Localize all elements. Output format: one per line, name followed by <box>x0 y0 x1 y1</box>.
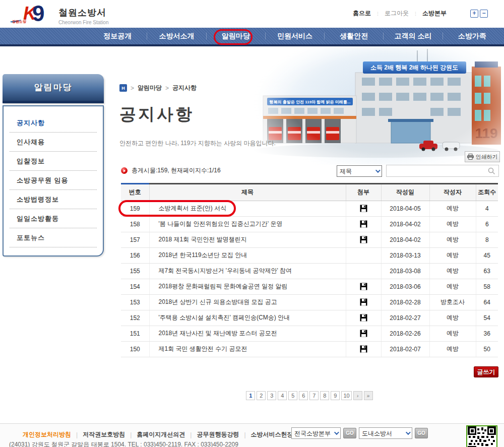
page-number-4[interactable]: 4 <box>278 391 287 400</box>
cell-title[interactable]: '주택용 소방시설 설치촉진' 캠페인송(CM송) 안내 <box>149 310 346 326</box>
page-number-1[interactable]: 1 <box>246 391 255 400</box>
search-box <box>386 165 499 177</box>
logo-k9-icon: K 9 강원소방 <box>19 3 51 25</box>
cell-views: 64 <box>476 294 498 310</box>
sidebar: 알림마당 공지사항인사채용입찰정보소방공무원 임용소방법령정보일일소방활동포토뉴… <box>3 74 104 257</box>
cell-title[interactable]: 제7회 전국동시지방선거 '우리동네 공약제안' 참여 <box>149 263 346 279</box>
utility-link[interactable]: 홈으로 <box>353 9 371 18</box>
logo-9: 9 <box>32 1 44 26</box>
cell-title[interactable]: 제1회 국민 생활안전 수기 공모전 <box>149 341 346 357</box>
footer-link-separator: | <box>76 431 78 438</box>
sidebar-item[interactable]: 소방공무원 임용 <box>10 171 97 190</box>
sidebar-item[interactable]: 포토뉴스 <box>10 228 97 247</box>
cell-date: 2018-02-28 <box>381 294 429 310</box>
next-page-button[interactable]: › <box>353 391 362 400</box>
cell-views: 45 <box>476 247 498 263</box>
cell-title[interactable]: 2018년 상반기 신규 의용소방대원 모집 공고 <box>149 294 346 310</box>
attachment-disk-icon <box>360 220 367 228</box>
table-row: 1562018년 한국119소년단 모집 안내2018-03-13예방45 <box>121 247 498 263</box>
table-row: 155제7회 전국동시지방선거 '우리동네 공약제안' 참여2018-03-08… <box>121 263 498 279</box>
nav-item-4[interactable]: 민원서비스 <box>266 32 324 41</box>
cell-title[interactable]: 소방계획서 표준(안) 서식 <box>149 201 346 216</box>
attachment-disk-icon <box>360 330 367 337</box>
table-column-header: 작성일 <box>381 184 429 201</box>
font-zoom-out-button[interactable]: − <box>480 10 488 18</box>
attachment-disk-icon <box>360 298 367 306</box>
footer-go1-button[interactable]: GO <box>343 428 356 438</box>
last-page-button[interactable]: » <box>364 391 373 400</box>
cell-attachment <box>346 247 381 263</box>
search-category-select[interactable]: 제목 <box>337 165 382 177</box>
footer-link[interactable]: 개인정보처리방침 <box>23 430 71 439</box>
nav-item-5[interactable]: 생활안전 <box>325 32 383 41</box>
page-number-2[interactable]: 2 <box>257 391 266 400</box>
table-row: 1532018년 상반기 신규 의용소방대원 모집 공고2018-02-28방호… <box>121 294 498 310</box>
table-row: 158'봄 나들이철 안전위험요인 집중신고기간' 운영2018-04-02예방… <box>121 216 498 232</box>
sidebar-item[interactable]: 소방법령정보 <box>10 190 97 209</box>
page-number-5[interactable]: 5 <box>288 391 297 400</box>
table-row: 152'주택용 소방시설 설치촉진' 캠페인송(CM송) 안내2018-02-2… <box>121 310 498 326</box>
cell-attachment <box>346 294 381 310</box>
banner-strip2-text: 행복의 출발은 안전 119와 함께 밝은 미래를... <box>270 100 351 104</box>
write-button[interactable]: 글쓰기 <box>474 366 498 377</box>
search-icon[interactable] <box>488 167 495 177</box>
footer-link[interactable]: 홈페이지개선의견 <box>137 430 185 439</box>
site-title: 철원소방서 <box>58 7 109 19</box>
table-row: 1542018평창 문화패럴림픽 문화예술공연 일정 알림2018-03-06예… <box>121 279 498 294</box>
table-column-header: 첨부 <box>346 184 381 201</box>
search-input[interactable] <box>387 165 482 176</box>
page-number-7[interactable]: 7 <box>309 391 319 400</box>
top-header: K 9 강원소방 철원소방서 Cheorwon Fire Station 홈으로… <box>0 0 504 28</box>
pagination: 12345678910›» <box>121 391 498 400</box>
cell-views: 58 <box>476 279 498 294</box>
utility-link[interactable]: 로그아웃 <box>385 9 409 18</box>
footer-go2-button[interactable]: GO <box>415 428 428 438</box>
cell-title[interactable]: 2018년 한국119소년단 모집 안내 <box>149 247 346 263</box>
board-summary-text: 총게시물:159, 현재페이지수:1/16 <box>132 166 221 175</box>
cell-title[interactable]: 2018 제1회 국민안전 발명챌린지 <box>149 232 346 247</box>
footer-link[interactable]: 공무원행동강령 <box>197 430 239 439</box>
sidebar-item[interactable]: 공지사항 <box>10 113 97 133</box>
table-row: 1572018 제1회 국민안전 발명챌린지2018-04-02예방8 <box>121 232 498 247</box>
footer-link[interactable]: 저작권보호방침 <box>83 430 125 439</box>
cell-views: 63 <box>476 263 498 279</box>
utility-link[interactable]: 소방본부 <box>422 9 447 18</box>
cell-attachment <box>346 216 381 232</box>
page-number-3[interactable]: 3 <box>267 391 276 400</box>
nav-item-7[interactable]: 소방가족 <box>443 32 501 41</box>
page-number-10[interactable]: 10 <box>341 391 351 400</box>
sidebar-header: 알림마당 <box>3 74 104 103</box>
table-row: 159소방계획서 표준(안) 서식2018-04-05예방4 <box>121 201 498 216</box>
cell-title[interactable]: 2018평창 문화패럴림픽 문화예술공연 일정 알림 <box>149 279 346 294</box>
footer-address: (24031) 강원도 철원군 갈말읍 태봉로 1504. TEL : 033)… <box>9 440 238 447</box>
footer-jump2-select[interactable]: 도내소방서 <box>359 427 412 439</box>
cell-author: 예방 <box>429 279 476 294</box>
sidebar-item[interactable]: 인사채용 <box>10 133 97 152</box>
footer-link[interactable]: 소방서비스헌장 <box>251 430 293 439</box>
print-button[interactable]: 인쇄하기 <box>465 151 500 162</box>
nav-item-6[interactable]: 고객의 소리 <box>384 32 442 41</box>
footer-jump1-select[interactable]: 전국소방본부 <box>291 427 341 439</box>
page-number-6[interactable]: 6 <box>299 391 308 400</box>
site-logo[interactable]: K 9 강원소방 철원소방서 Cheorwon Fire Station <box>19 3 109 25</box>
cell-date: 2018-02-26 <box>381 326 429 341</box>
home-icon[interactable]: H <box>119 84 127 92</box>
nav-item-3[interactable]: 알림마당 <box>207 32 265 41</box>
cell-title[interactable]: '봄 나들이철 안전위험요인 집중신고기간' 운영 <box>149 216 346 232</box>
cell-number: 151 <box>121 326 149 341</box>
page-number-9[interactable]: 9 <box>331 391 340 400</box>
sidebar-item[interactable]: 입찰정보 <box>10 152 97 171</box>
nav-item-2[interactable]: 소방서소개 <box>147 32 206 41</box>
page-number-8[interactable]: 8 <box>320 391 329 400</box>
attachment-disk-icon <box>360 345 367 353</box>
nav-item-1[interactable]: 정보공개 <box>88 32 147 41</box>
cell-title[interactable]: 2018년 재난사진 및 재난예방 포스터 공모전 <box>149 326 346 341</box>
breadcrumb-item-1[interactable]: 알림마당 <box>138 84 162 92</box>
breadcrumb-item-2[interactable]: 공지사항 <box>172 84 197 92</box>
cell-attachment <box>346 326 381 341</box>
main-nav: 정보공개소방서소개알림마당민원서비스생활안전고객의 소리소방가족 <box>0 28 504 46</box>
sidebar-item[interactable]: 일일소방활동 <box>10 209 97 228</box>
printer-icon <box>467 154 474 160</box>
font-zoom-in-button[interactable]: + <box>470 10 478 18</box>
attachment-disk-icon <box>360 314 367 322</box>
